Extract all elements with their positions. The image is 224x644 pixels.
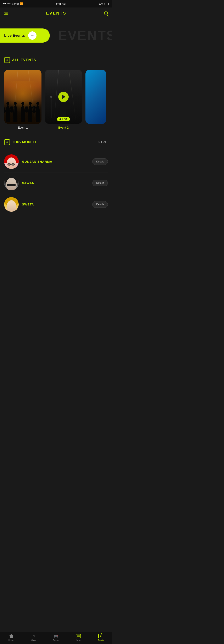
play-icon [62, 95, 65, 99]
event-label: Event 1 [4, 126, 41, 129]
arrow-icon: → [28, 31, 36, 40]
status-right: 20% [99, 2, 109, 5]
artist-list: GUNJAN SHARMA Details SAWAN Details [0, 149, 112, 217]
signal-dot [8, 3, 9, 4]
hero-section: Live Events → EVENTS [0, 19, 112, 52]
filter-icon [4, 12, 8, 12]
calendar-icon [4, 139, 10, 145]
app-header: EVENTS [0, 8, 112, 19]
events-scroll-container[interactable]: Event 1 [0, 67, 112, 132]
details-button[interactable]: Details [92, 180, 108, 186]
filter-icon [4, 14, 8, 14]
battery-percent: 20% [99, 2, 103, 5]
status-bar: Carrier 📶 9:41 AM 20% [0, 0, 112, 8]
status-left: Carrier 📶 [3, 2, 23, 5]
artist-item[interactable]: SAWAN Details [4, 172, 108, 194]
all-events-section-header: ALL EVENTS [0, 54, 112, 64]
live-events-button[interactable]: Live Events → [0, 28, 50, 42]
event-card[interactable]: LIVE Event 2 [45, 70, 82, 129]
artist-avatar [4, 176, 19, 190]
filter-button[interactable] [4, 12, 8, 14]
search-button[interactable] [104, 12, 108, 15]
filter-icon [5, 13, 8, 14]
event-image [4, 70, 41, 124]
play-button[interactable] [58, 92, 69, 102]
artist-name: SWETA [22, 202, 34, 206]
wifi-icon: 📶 [20, 2, 23, 5]
this-month-section-header: THIS MONTH SEE ALL [0, 136, 112, 147]
artist-info: SWETA [19, 202, 92, 206]
event-card[interactable]: Event 1 [4, 70, 41, 129]
artist-avatar [4, 197, 19, 212]
this-month-title: THIS MONTH [12, 140, 36, 144]
all-events-title: ALL EVENTS [12, 58, 36, 62]
signal-dot [7, 3, 8, 4]
carrier-label: Carrier [12, 2, 19, 5]
signal-dot [10, 3, 11, 4]
artist-item[interactable]: GUNJAN SHARMA Details [4, 151, 108, 172]
time-display: 9:41 AM [56, 2, 66, 5]
live-events-label: Live Events [4, 34, 25, 38]
event-image: LIVE [45, 70, 82, 124]
artist-name: SAWAN [22, 181, 34, 185]
live-badge-label: LIVE [62, 118, 67, 120]
artist-info: GUNJAN SHARMA [19, 160, 92, 164]
artist-info: SAWAN [19, 181, 92, 185]
hero-background-text: EVENTS [58, 28, 112, 43]
signal-dot [3, 3, 4, 4]
event-card[interactable] [85, 70, 106, 129]
artist-item[interactable]: SWETA Details [4, 194, 108, 215]
signal-dot [5, 3, 6, 4]
event-label: Event 2 [45, 126, 82, 129]
search-icon [104, 12, 108, 15]
artist-avatar [4, 154, 19, 169]
section-divider [4, 64, 108, 65]
artist-name: GUNJAN SHARMA [22, 160, 52, 163]
event-image [85, 70, 106, 124]
page-title: EVENTS [46, 11, 66, 16]
battery-icon [104, 3, 109, 5]
details-button[interactable]: Details [92, 158, 108, 165]
see-all-button[interactable]: SEE ALL [98, 141, 108, 144]
live-badge: LIVE [57, 117, 70, 121]
signal-dots [3, 3, 11, 4]
calendar-icon [4, 57, 10, 63]
details-button[interactable]: Details [92, 201, 108, 208]
